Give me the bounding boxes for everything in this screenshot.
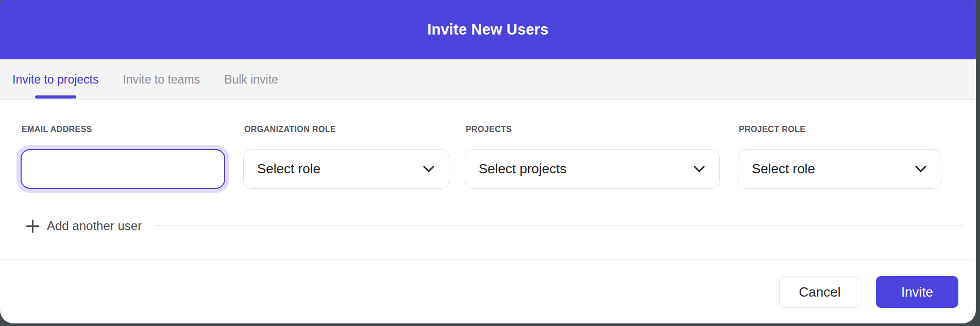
tab-invite-to-projects[interactable]: Invite to projects [12,59,98,100]
organization-role-select[interactable]: Select role [243,149,449,189]
add-another-user-label: Add another user [47,219,142,233]
organization-role-selected-value: Select role [257,161,320,177]
plus-icon [26,219,40,233]
project-role-field-group: PROJECT ROLE Select role [738,125,941,189]
add-user-separator [155,225,963,226]
cancel-button[interactable]: Cancel [779,276,860,308]
chevron-down-icon [423,166,434,172]
tab-invite-to-teams[interactable]: Invite to teams [123,59,200,100]
email-address-label: EMAIL ADDRESS [22,125,225,134]
project-role-selected-value: Select role [752,161,815,177]
tab-label: Invite to projects [12,73,98,87]
tab-bar: Invite to projects Invite to teams Bulk … [0,59,976,100]
email-address-input[interactable] [21,149,225,189]
dialog-header: Invite New Users [0,0,976,59]
invite-new-users-dialog: Invite New Users Invite to projects Invi… [0,0,976,323]
project-role-select[interactable]: Select role [738,149,941,189]
tab-bulk-invite[interactable]: Bulk invite [224,59,278,100]
tab-label: Invite to teams [123,73,200,87]
email-address-field-group: EMAIL ADDRESS [21,125,225,189]
invite-button[interactable]: Invite [876,276,958,308]
project-role-label: PROJECT ROLE [739,125,941,134]
tab-label: Bulk invite [224,73,278,87]
active-tab-underline [35,95,76,99]
footer-separator [0,259,976,259]
chevron-down-icon [915,166,926,172]
projects-label: PROJECTS [466,125,720,134]
organization-role-field-group: ORGANIZATION ROLE Select role [243,125,449,189]
chevron-down-icon [694,166,705,172]
projects-field-group: PROJECTS Select projects [465,125,720,189]
projects-selected-value: Select projects [479,161,567,177]
dialog-title: Invite New Users [427,21,548,38]
organization-role-label: ORGANIZATION ROLE [244,125,449,134]
add-another-user-button[interactable]: Add another user [26,218,142,234]
projects-select[interactable]: Select projects [465,149,720,189]
